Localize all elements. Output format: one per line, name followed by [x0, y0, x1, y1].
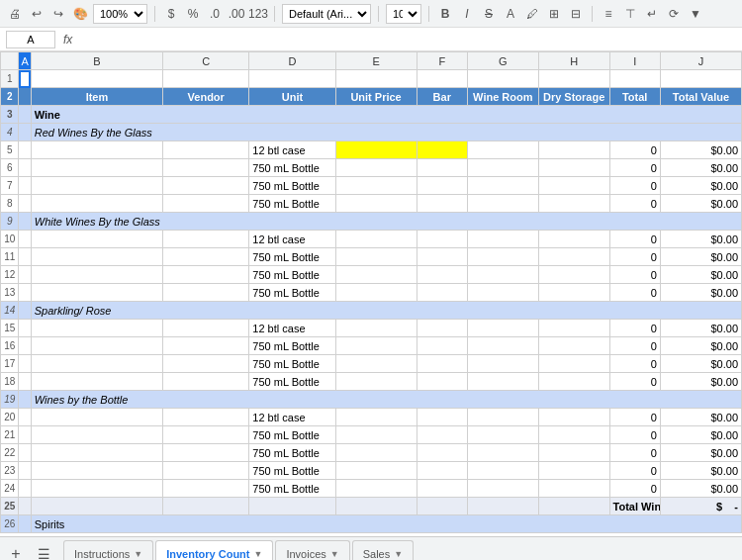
cell-bar-10[interactable]	[417, 231, 467, 248]
print-icon[interactable]: 🖨	[6, 5, 24, 23]
cell-vendor-20[interactable]	[163, 409, 249, 426]
cell-wineroom-7[interactable]	[467, 177, 538, 195]
cell-item-8[interactable]	[31, 195, 162, 213]
cell-unit-10[interactable]: 12 btl case	[249, 231, 335, 248]
cell-vendor-17[interactable]	[163, 355, 249, 373]
cell-g25[interactable]	[467, 498, 538, 515]
cell-bar-8[interactable]	[417, 195, 467, 213]
font-family-select[interactable]: Default (Ari...)	[282, 4, 371, 24]
cell-vendor-11[interactable]	[163, 248, 249, 266]
cell-unitprice-7[interactable]	[335, 177, 417, 195]
cell-vendor-22[interactable]	[163, 444, 249, 462]
cell-total-21[interactable]: 0	[609, 426, 660, 444]
cell-a6[interactable]	[19, 159, 31, 177]
cell-total-13[interactable]: 0	[609, 284, 660, 302]
cell-item-23[interactable]	[31, 462, 162, 480]
cell-a22[interactable]	[19, 444, 31, 462]
cell-vendor-12[interactable]	[163, 266, 249, 284]
cell-a10[interactable]	[19, 231, 31, 248]
cell-item-header[interactable]: Item	[31, 88, 162, 106]
cell-vendor-8[interactable]	[163, 195, 249, 213]
borders-icon[interactable]: ⊞	[545, 5, 563, 23]
cell-totalvalue-16[interactable]: $0.00	[660, 337, 741, 355]
cell-totalvalue-6[interactable]: $0.00	[660, 159, 741, 177]
cell-unitprice-20[interactable]	[335, 409, 417, 426]
col-header-i[interactable]: I	[609, 52, 660, 70]
cell-total-5[interactable]: 0	[609, 141, 660, 159]
cell-item-12[interactable]	[31, 266, 162, 284]
cell-unit-20[interactable]: 12 btl case	[249, 409, 335, 426]
cell-bar-23[interactable]	[417, 462, 467, 480]
cell-a25[interactable]	[19, 498, 31, 515]
tab-sales[interactable]: Sales ▼	[352, 540, 414, 561]
strikethrough-icon[interactable]: S	[480, 5, 498, 23]
cell-item-10[interactable]	[31, 231, 162, 248]
cell-unitprice-16[interactable]	[335, 337, 417, 355]
cell-h25[interactable]	[538, 498, 609, 515]
cell-a4[interactable]	[19, 124, 31, 141]
cell-totalvalue-17[interactable]: $0.00	[660, 355, 741, 373]
cell-drystorage-21[interactable]	[538, 426, 609, 444]
cell-drystorage-16[interactable]	[538, 337, 609, 355]
cell-wineroom-5[interactable]	[467, 141, 538, 159]
cell-wineroom-17[interactable]	[467, 355, 538, 373]
col-header-e[interactable]: E	[335, 52, 417, 70]
cell-a15[interactable]	[19, 320, 31, 337]
cell-wineroom-18[interactable]	[467, 373, 538, 391]
cell-drystorage-6[interactable]	[538, 159, 609, 177]
redo-icon[interactable]: ↪	[49, 5, 67, 23]
cell-unit-header[interactable]: Unit	[249, 88, 335, 106]
cell-unit-22[interactable]: 750 mL Bottle	[249, 444, 335, 462]
cell-wineroom-header[interactable]: Wine Room	[467, 88, 538, 106]
cell-bar-11[interactable]	[417, 248, 467, 266]
cell-drystorage-18[interactable]	[538, 373, 609, 391]
cell-unitprice-22[interactable]	[335, 444, 417, 462]
decimal-less-icon[interactable]: .0	[206, 5, 224, 23]
cell-bar-16[interactable]	[417, 337, 467, 355]
cell-vendor-16[interactable]	[163, 337, 249, 355]
cell-unit-17[interactable]: 750 mL Bottle	[249, 355, 335, 373]
cell-unit-13[interactable]: 750 mL Bottle	[249, 284, 335, 302]
cell-unit-12[interactable]: 750 mL Bottle	[249, 266, 335, 284]
cell-vendor-5[interactable]	[163, 141, 249, 159]
cell-vendor-header[interactable]: Vendor	[163, 88, 249, 106]
cell-total-23[interactable]: 0	[609, 462, 660, 480]
cell-unitprice-18[interactable]	[335, 373, 417, 391]
col-header-b[interactable]: B	[31, 52, 162, 70]
currency-icon[interactable]: $	[162, 5, 180, 23]
cell-bar-5[interactable]	[417, 141, 467, 159]
cell-drystorage-10[interactable]	[538, 231, 609, 248]
cell-whitewines-category[interactable]: White Wines By the Glass	[31, 213, 741, 231]
tab-inventory-count[interactable]: Inventory Count ▼	[155, 540, 273, 561]
cell-totalvalue-23[interactable]: $0.00	[660, 462, 741, 480]
cell-e1[interactable]	[335, 70, 417, 88]
cell-totalwine-label[interactable]: Total Wine:	[609, 498, 660, 515]
cell-f25[interactable]	[417, 498, 467, 515]
cell-total-11[interactable]: 0	[609, 248, 660, 266]
cell-wineroom-12[interactable]	[467, 266, 538, 284]
col-header-c[interactable]: C	[163, 52, 249, 70]
cell-d25[interactable]	[249, 498, 335, 515]
cell-a3[interactable]	[19, 106, 31, 124]
cell-drystorage-13[interactable]	[538, 284, 609, 302]
cell-totalvalue-18[interactable]: $0.00	[660, 373, 741, 391]
italic-icon[interactable]: I	[458, 5, 476, 23]
cell-total-6[interactable]: 0	[609, 159, 660, 177]
cell-total-24[interactable]: 0	[609, 480, 660, 498]
cell-d1[interactable]	[249, 70, 335, 88]
cell-drystorage-15[interactable]	[538, 320, 609, 337]
cell-bar-header[interactable]: Bar	[417, 88, 467, 106]
col-header-j[interactable]: J	[660, 52, 741, 70]
cell-item-21[interactable]	[31, 426, 162, 444]
cell-unitprice-17[interactable]	[335, 355, 417, 373]
cell-bar-21[interactable]	[417, 426, 467, 444]
cell-wineroom-20[interactable]	[467, 409, 538, 426]
cell-unit-5[interactable]: 12 btl case	[249, 141, 335, 159]
cell-wineroom-10[interactable]	[467, 231, 538, 248]
font-color-icon[interactable]: A	[502, 5, 519, 23]
zoom-select[interactable]: 100%	[93, 4, 147, 24]
tab-invoices[interactable]: Invoices ▼	[275, 540, 349, 561]
cell-wineroom-6[interactable]	[467, 159, 538, 177]
cell-totalvalue-8[interactable]: $0.00	[660, 195, 741, 213]
cell-b25[interactable]	[31, 498, 162, 515]
